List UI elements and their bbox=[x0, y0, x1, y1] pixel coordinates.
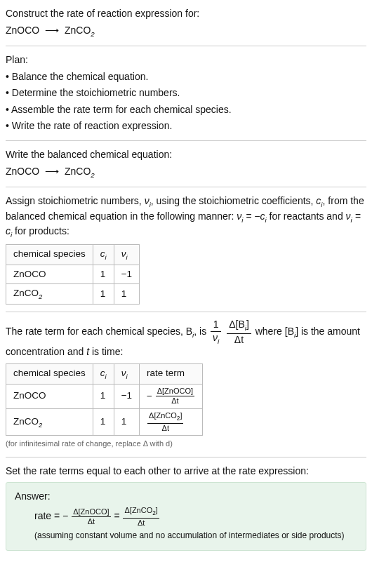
plan-text-4: Write the rate of reaction expression. bbox=[12, 120, 173, 131]
num: 1 bbox=[211, 319, 221, 331]
cell-nui: −1 bbox=[114, 265, 139, 284]
infinitesimal-note: (for infinitesimal rate of change, repla… bbox=[6, 439, 366, 449]
den: Δt bbox=[156, 396, 194, 406]
divider bbox=[6, 46, 366, 46]
main-equation: ZnOCO ⟶ ZnCO2 bbox=[6, 24, 366, 39]
rate-prefix: rate = − bbox=[34, 510, 68, 521]
t4: for reactants and bbox=[267, 211, 346, 222]
divider bbox=[6, 312, 366, 312]
answer-box: Answer: rate = − Δ[ZnOCO] Δt = Δ[ZnCO2] … bbox=[6, 482, 366, 551]
table-header-row: chemical species ci νi rate term bbox=[6, 363, 203, 384]
cell-ci: 1 bbox=[93, 408, 114, 435]
num-a: Δ[ZnCO bbox=[124, 506, 152, 514]
col-species: chemical species bbox=[6, 244, 93, 265]
plan-text-3: Assemble the rate term for each chemical… bbox=[11, 104, 232, 115]
cell-nui: −1 bbox=[114, 384, 139, 408]
bal-rhs-sub: 2 bbox=[91, 171, 94, 178]
cell-nui: 1 bbox=[114, 284, 139, 305]
ci-sym: c bbox=[100, 368, 105, 378]
page-title: Construct the rate of reaction expressio… bbox=[6, 7, 366, 21]
cell-species: ZnOCO bbox=[6, 384, 93, 408]
col-species: chemical species bbox=[6, 363, 93, 384]
rel1b: = −c bbox=[243, 211, 265, 222]
col-nui: νi bbox=[114, 244, 139, 265]
plan-text-2: Determine the stoichiometric numbers. bbox=[12, 87, 180, 98]
bal-lhs: ZnOCO bbox=[6, 166, 39, 177]
answer-rate-expression: rate = − Δ[ZnOCO] Δt = Δ[ZnCO2] Δt bbox=[15, 507, 357, 527]
rs5: is time: bbox=[89, 346, 123, 357]
plan-heading: Plan: bbox=[6, 53, 366, 67]
balanced-equation: ZnOCO ⟶ ZnCO2 bbox=[6, 165, 366, 180]
sp2: ZnCO bbox=[13, 288, 39, 298]
table-row: ZnCO2 1 1 bbox=[6, 284, 140, 305]
eq-rhs-sub: 2 bbox=[91, 29, 94, 37]
ci-sym: c bbox=[100, 248, 105, 259]
t5: for products: bbox=[12, 225, 69, 236]
num-b: ] bbox=[156, 506, 158, 514]
den-dt: Δt bbox=[227, 334, 251, 345]
frac-znco2: Δ[ZnCO2] Δt bbox=[147, 412, 184, 432]
cell-nui: 1 bbox=[114, 408, 139, 435]
cell-ci: 1 bbox=[93, 265, 114, 284]
plan-item-2: • Determine the stoichiometric numbers. bbox=[6, 86, 366, 100]
frac-dBi-dt: Δ[Bi] Δt bbox=[225, 319, 253, 345]
table-row: ZnOCO 1 −1 bbox=[6, 265, 140, 284]
den: Δt bbox=[123, 519, 159, 528]
sp2-sub: 2 bbox=[39, 420, 42, 428]
bal-rhs: ZnCO bbox=[65, 166, 91, 177]
answer-label: Answer: bbox=[15, 490, 357, 504]
nu: ν bbox=[145, 195, 150, 206]
minus-icon: − bbox=[147, 390, 152, 401]
stoich-paragraph: Assign stoichiometric numbers, νi, using… bbox=[6, 194, 366, 240]
rs1: The rate term for each chemical species,… bbox=[6, 326, 192, 338]
plan-item-3: • Assemble the rate term for each chemic… bbox=[6, 103, 366, 117]
sp2-sub: 2 bbox=[39, 293, 42, 300]
balance-heading: Write the balanced chemical equation: bbox=[6, 148, 366, 162]
num: Δ[ZnOCO] bbox=[156, 387, 194, 397]
plan-text-1: Balance the chemical equation. bbox=[12, 71, 149, 82]
den: Δt bbox=[72, 517, 110, 526]
sub-i: i bbox=[105, 373, 107, 380]
t1: Assign stoichiometric numbers, bbox=[6, 195, 145, 206]
divider bbox=[6, 457, 366, 457]
sub-i: i bbox=[126, 253, 127, 260]
col-ci: ci bbox=[93, 244, 114, 265]
divider bbox=[6, 140, 366, 141]
arrow-icon: ⟶ bbox=[42, 166, 62, 177]
arrow-icon: ⟶ bbox=[42, 25, 62, 36]
plan-item-4: • Write the rate of reaction expression. bbox=[6, 119, 366, 133]
cell-species: ZnCO2 bbox=[6, 408, 93, 435]
col-nui: νi bbox=[114, 363, 139, 384]
rate-term-paragraph: The rate term for each chemical species,… bbox=[6, 319, 366, 359]
cell-ci: 1 bbox=[93, 384, 114, 408]
table-row: ZnOCO 1 −1 − Δ[ZnOCO] Δt bbox=[6, 384, 203, 408]
sub-i: i bbox=[218, 338, 219, 345]
num-b: ] bbox=[180, 411, 182, 420]
col-ci: ci bbox=[93, 363, 114, 384]
frac-ans-1: Δ[ZnOCO] Δt bbox=[71, 508, 111, 526]
table-header-row: chemical species ci νi bbox=[6, 244, 140, 265]
eq-rhs: ZnCO bbox=[65, 25, 91, 36]
num-b: ] bbox=[246, 319, 249, 330]
frac-ans-2: Δ[ZnCO2] Δt bbox=[122, 507, 159, 527]
equals: = bbox=[114, 510, 122, 521]
t2: , using the stoichiometric coefficients, bbox=[151, 195, 317, 206]
frac-1-over-nu: 1 νi bbox=[209, 319, 222, 345]
num-a: Δ[ZnCO bbox=[149, 411, 177, 420]
sub-i: i bbox=[105, 253, 107, 260]
divider bbox=[6, 187, 366, 187]
cell-ci: 1 bbox=[93, 284, 114, 305]
cell-rate-term: Δ[ZnCO2] Δt bbox=[140, 408, 203, 435]
rate-term-table: chemical species ci νi rate term ZnOCO 1… bbox=[6, 363, 203, 436]
sub-i: i bbox=[126, 373, 127, 380]
table-row: ZnCO2 1 1 Δ[ZnCO2] Δt bbox=[6, 408, 203, 435]
cell-species: ZnCO2 bbox=[6, 284, 93, 305]
cell-species: ZnOCO bbox=[6, 265, 93, 284]
cell-rate-term: − Δ[ZnOCO] Δt bbox=[140, 384, 203, 408]
rs3: where [B bbox=[255, 326, 294, 338]
num: Δ[ZnOCO] bbox=[72, 508, 110, 518]
num-a: Δ[B bbox=[229, 319, 245, 330]
frac-znoco: Δ[ZnOCO] Δt bbox=[155, 387, 195, 406]
col-rate-term: rate term bbox=[140, 363, 203, 384]
sp2: ZnCO bbox=[13, 416, 39, 427]
